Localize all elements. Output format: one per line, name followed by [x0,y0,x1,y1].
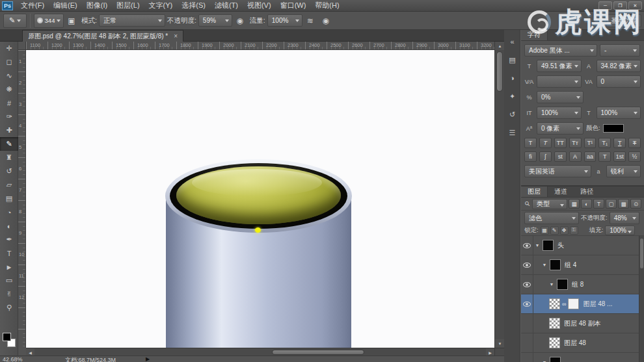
font-family-select[interactable]: Adobe 黑体 ... [524,44,597,57]
tracking-select[interactable]: 0 [597,75,641,88]
document-tab[interactable]: 原图.psd @ 42.7%(图层 48 副本 2, 图层蒙版/8) * × [22,30,183,42]
mode-select[interactable]: 正常 [99,14,165,27]
opentype-button-3[interactable]: A [569,151,582,162]
adjustments-panel-icon[interactable]: ◑ [504,70,520,86]
layer-row[interactable]: 图层 48 [521,333,644,353]
menu-item-8[interactable]: 窗口(W) [276,0,311,12]
group-thumbnail[interactable] [550,357,561,362]
airbrush-icon[interactable]: ≋ [304,14,317,27]
horizontal-scale-input[interactable]: 100% [597,107,641,119]
layer-row[interactable]: ▼ [521,353,644,362]
group-thumbnail[interactable] [550,259,561,270]
foreground-color-swatch[interactable] [3,333,11,341]
kerning-select[interactable] [537,75,582,88]
layer-visibility-toggle[interactable] [521,275,533,294]
leading-select[interactable]: 34.82 像素 [597,60,641,72]
move-tool[interactable]: ✛ [0,42,18,55]
layer-visibility-toggle[interactable] [521,294,533,314]
layer-row[interactable]: ∞图层 48 ... [521,294,644,314]
hand-tool[interactable]: ✌ [0,287,18,301]
group-expander-icon[interactable]: ▼ [533,243,541,248]
lasso-tool[interactable]: ∿ [0,69,18,83]
anti-alias-select[interactable]: 锐利 [606,165,641,177]
lock-icon-1[interactable]: ✎ [550,226,559,235]
menu-item-3[interactable]: 图层(L) [112,0,144,12]
group-expander-icon[interactable]: ▼ [541,263,548,267]
layers-scroll-thumb[interactable] [640,239,643,268]
font-style-select[interactable]: - [600,44,640,57]
quick-selection-tool[interactable]: ❋ [0,83,18,96]
pen-tool[interactable]: ✒ [0,233,18,246]
type-style-button-7[interactable]: Ŧ [628,138,641,148]
workspace-switcher[interactable]: 基本功能 [606,14,641,27]
layer-row[interactable]: ▼组 8 [521,275,644,294]
blur-tool[interactable]: ◔ [0,205,18,219]
tab-character[interactable]: 字符 [521,30,548,40]
opentype-button-1[interactable]: ʃ [539,151,552,162]
layer-opacity-select[interactable]: 48% [610,212,639,224]
horizontal-scrollbar[interactable]: ◀ ▶ [26,348,494,356]
menu-item-6[interactable]: 滤镜(T) [210,0,243,12]
layer-thumbnail[interactable] [549,318,560,329]
filter-toggle-icon[interactable]: ⊙ [630,199,641,209]
opentype-button-2[interactable]: st [554,151,567,162]
pressure-opacity-icon[interactable]: ◉ [234,14,247,27]
language-select[interactable]: 美国英语 [524,165,591,177]
pressure-size-icon[interactable]: ◉ [319,14,332,27]
marquee-tool[interactable]: ◻ [0,55,18,69]
shape-tool[interactable]: ▭ [0,274,18,287]
path-selection-tool[interactable]: ► [0,260,18,274]
layer-visibility-toggle[interactable] [521,333,533,353]
crop-tool[interactable]: # [0,96,18,110]
minimize-button[interactable]: ─ [598,1,612,10]
baseline-shift-input[interactable]: 0 像素 [537,122,584,135]
history-panel-icon[interactable]: ↺ [504,107,520,122]
layer-visibility-toggle[interactable] [521,236,533,255]
type-style-button-6[interactable]: T [613,138,626,148]
clone-stamp-tool[interactable]: ♜ [0,151,18,164]
gradient-tool[interactable]: ▤ [0,192,18,205]
lock-icon-3[interactable]: ⚿ [570,226,578,235]
layers-scrollbar[interactable] [639,236,644,362]
menu-item-7[interactable]: 视图(V) [243,0,276,12]
eraser-tool[interactable]: ▱ [0,178,18,192]
font-size-select[interactable]: 49.51 像素 [537,60,582,72]
toggle-brush-panel-icon[interactable]: ▣ [65,14,78,27]
filter-kind-icon-1[interactable]: ◐ [581,199,592,209]
restore-button[interactable]: ❐ [613,1,627,10]
layer-visibility-toggle[interactable] [521,255,533,275]
type-style-button-5[interactable]: T₁ [598,138,611,148]
filter-kind-icon-2[interactable]: T [593,199,604,209]
scroll-down-icon[interactable]: ▼ [495,339,505,348]
opentype-button-6[interactable]: 1st [613,151,626,162]
layer-mask-thumbnail[interactable] [568,298,579,309]
properties-panel-icon[interactable]: ☰ [504,125,520,140]
styles-panel-icon[interactable]: ✦ [504,88,520,104]
type-style-button-1[interactable]: T [539,138,552,148]
opacity-select[interactable]: 59% [198,14,232,27]
menu-item-5[interactable]: 选择(S) [177,0,210,12]
fill-select[interactable]: 100% [605,226,635,235]
opentype-button-4[interactable]: aa [584,151,597,162]
swatches-panel-icon[interactable]: ▤ [504,52,520,68]
opentype-button-7[interactable]: ½ [628,151,641,162]
group-thumbnail[interactable] [557,279,568,290]
type-style-button-4[interactable]: T¹ [584,138,597,148]
horizontal-scroll-thumb[interactable] [272,350,364,355]
lock-icon-0[interactable]: ▦ [541,226,549,235]
layer-row[interactable]: 图层 48 副本 [521,314,644,333]
menu-item-4[interactable]: 文字(Y) [144,0,178,12]
tool-preset-picker[interactable]: ✎ [3,14,27,28]
text-color-swatch[interactable] [603,124,624,133]
layer-visibility-toggle[interactable] [521,353,533,362]
layer-row[interactable]: ▼头 [521,236,644,255]
flow-select[interactable]: 100% [267,14,302,27]
vertical-scroll-thumb[interactable] [496,51,503,92]
group-thumbnail[interactable] [543,240,554,251]
vertical-scrollbar[interactable]: ▲ ▼ [494,42,504,348]
layer-thumbnail[interactable] [549,337,560,348]
layer-row[interactable]: ▼组 4 [521,255,644,275]
filter-type-select[interactable]: 类型 [532,199,567,209]
vertical-scale-input[interactable]: 100% [537,107,582,119]
opentype-button-0[interactable]: fi [524,151,537,162]
